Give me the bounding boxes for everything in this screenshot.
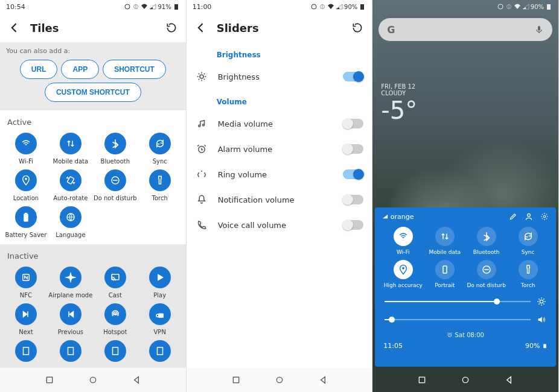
carrier-label: orange xyxy=(382,213,414,221)
tile-sync[interactable]: Sync xyxy=(138,133,182,165)
nav-home-icon[interactable] xyxy=(88,375,98,385)
weather-temp: -5° xyxy=(381,96,417,124)
tile-icon xyxy=(477,260,496,279)
tile-icon xyxy=(394,227,413,246)
tile-label: Cast xyxy=(109,292,122,299)
svg-point-28 xyxy=(202,124,204,126)
nav-recent-icon[interactable] xyxy=(417,375,427,385)
svg-rect-37 xyxy=(538,26,540,31)
tile-label: Bluetooth xyxy=(473,249,500,255)
mic-icon[interactable] xyxy=(534,25,544,34)
edit-icon[interactable] xyxy=(509,212,517,221)
tile-label: Do not disturb xyxy=(94,195,137,201)
row-media-volume[interactable]: Media volume xyxy=(187,111,372,136)
tile-wi-fi[interactable]: Wi-Fi xyxy=(4,133,48,165)
tile-wi-fi[interactable]: Wi-Fi xyxy=(382,227,424,255)
tile-portrait[interactable]: Portrait xyxy=(424,260,465,288)
weather-cond: CLOUDY xyxy=(381,90,417,96)
user-icon[interactable] xyxy=(525,212,533,221)
weather-date: FRI, FEB 12 xyxy=(381,83,417,90)
weather-widget[interactable]: FRI, FEB 12 CLOUDY -5° xyxy=(381,83,417,124)
nav-back-icon[interactable] xyxy=(132,375,141,385)
tile-mobile-data[interactable]: Mobile data xyxy=(424,227,465,255)
tile-icon xyxy=(519,227,538,246)
nav-back-icon[interactable] xyxy=(318,375,328,385)
chip-app[interactable]: APP xyxy=(61,60,99,79)
tile-language[interactable]: Language xyxy=(48,206,93,238)
tile-icon xyxy=(149,303,171,325)
row-icon xyxy=(195,169,208,180)
row-icon xyxy=(195,194,208,205)
status-bar: 10:54 91% xyxy=(0,0,186,13)
tile-icon xyxy=(435,227,455,246)
tile-bluetooth[interactable]: Bluetooth xyxy=(465,227,507,255)
nav-home-icon[interactable] xyxy=(461,375,470,385)
tile-airplane-mode[interactable]: Airplane mode xyxy=(48,267,93,299)
svg-point-21 xyxy=(90,377,95,382)
tile-battery-saver[interactable]: Battery Saver xyxy=(4,206,48,238)
tile-icon xyxy=(15,206,37,228)
toggle[interactable] xyxy=(343,195,363,204)
row-voice-call-volume[interactable]: Voice call volume xyxy=(187,212,372,238)
section-volume: Volume xyxy=(187,89,372,111)
tile-label: Location xyxy=(13,195,39,201)
tile-auto-rotate[interactable]: Auto-rotate xyxy=(48,169,93,201)
row-ring-volume[interactable]: Ring volume xyxy=(187,162,372,187)
nav-recent-icon[interactable] xyxy=(231,375,241,385)
back-icon[interactable] xyxy=(195,22,207,34)
volume-icon xyxy=(537,315,546,324)
tile-icon xyxy=(149,133,171,154)
nav-back-icon[interactable] xyxy=(504,375,514,385)
tile-torch[interactable]: Torch xyxy=(138,169,182,201)
tile-torch[interactable]: Torch xyxy=(507,260,549,288)
google-search-bar[interactable]: G xyxy=(379,18,552,41)
row-notification-volume[interactable]: Notification volume xyxy=(187,187,372,212)
svg-rect-18 xyxy=(112,347,118,355)
history-icon[interactable] xyxy=(165,22,177,34)
back-icon[interactable] xyxy=(8,22,21,34)
svg-point-22 xyxy=(311,4,316,9)
tile-nfc[interactable]: NFC xyxy=(4,267,48,299)
gear-icon[interactable] xyxy=(540,212,549,221)
chip-custom-shortcut[interactable]: CUSTOM SHORTCUT xyxy=(45,83,141,102)
tile-play[interactable]: Play xyxy=(138,267,182,299)
brightness-slider[interactable] xyxy=(385,301,531,302)
toggle[interactable] xyxy=(343,220,363,230)
tile-vpn[interactable]: VPN xyxy=(138,303,182,335)
brightness-icon xyxy=(537,297,546,306)
tile-next[interactable]: Next xyxy=(4,303,48,335)
toggle[interactable] xyxy=(343,72,363,81)
chip-url[interactable]: URL xyxy=(20,60,58,79)
toggle[interactable] xyxy=(343,119,363,128)
tile-sync[interactable]: Sync xyxy=(507,227,549,255)
tile-cast[interactable]: Cast xyxy=(93,267,138,299)
toggle[interactable] xyxy=(343,144,363,154)
row-alarm-volume[interactable]: Alarm volume xyxy=(187,136,372,162)
chip-shortcut[interactable]: SHORTCUT xyxy=(103,60,166,79)
row-icon xyxy=(195,144,208,154)
tile-label: Language xyxy=(56,232,85,238)
tile-location[interactable]: Location xyxy=(4,169,48,201)
toggle[interactable] xyxy=(343,169,363,179)
tile-hotspot[interactable]: Hotspot xyxy=(93,303,138,335)
row-icon xyxy=(195,118,208,129)
volume-slider[interactable] xyxy=(385,319,531,320)
tile-bluetooth[interactable]: Bluetooth xyxy=(93,133,138,165)
tile-do-not-disturb[interactable]: Do not disturb xyxy=(465,260,507,288)
footer-battery: 90% xyxy=(525,342,548,350)
tile-label: Bluetooth xyxy=(101,158,130,165)
svg-point-13 xyxy=(114,314,116,315)
nav-home-icon[interactable] xyxy=(275,375,284,385)
alarm-label[interactable]: Sat 08:00 xyxy=(382,332,549,338)
row-brightness[interactable]: Brightness xyxy=(187,64,372,89)
tile-do-not-disturb[interactable]: Do not disturb xyxy=(93,169,138,201)
nav-recent-icon[interactable] xyxy=(45,375,54,385)
history-icon[interactable] xyxy=(351,22,363,34)
nav-bar xyxy=(0,368,186,392)
tile-previous[interactable]: Previous xyxy=(48,303,93,335)
svg-point-39 xyxy=(543,215,546,218)
tile-high-accuracy[interactable]: High accuracy xyxy=(382,260,424,288)
tile-icon xyxy=(104,267,126,288)
tile-mobile-data[interactable]: Mobile data xyxy=(48,133,93,165)
svg-rect-8 xyxy=(24,214,28,221)
